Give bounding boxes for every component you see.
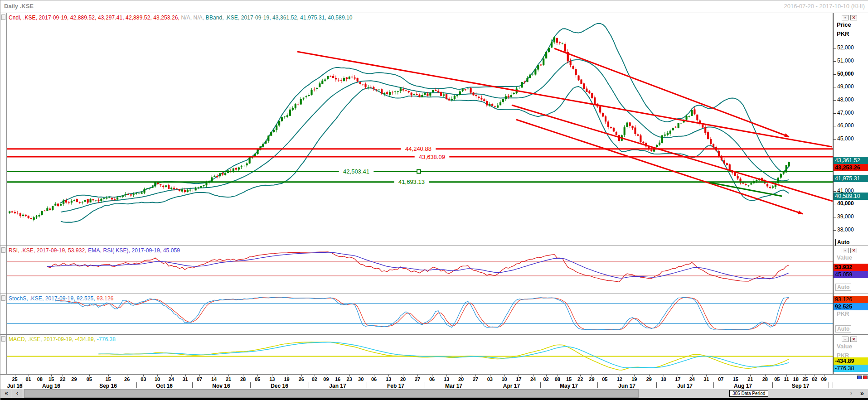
scroll-fast-left-button[interactable]: «: [1, 389, 11, 398]
svg-text:43,638.09: 43,638.09: [419, 154, 445, 160]
panel-left-gutter: [0, 335, 7, 374]
month-separator: [597, 382, 598, 388]
day-tick: [40, 375, 40, 376]
day-tick: [620, 375, 620, 376]
month-separator: [136, 382, 137, 388]
time-axis-minimize-icon[interactable]: [857, 376, 862, 379]
axis-tick-mark: [834, 204, 836, 204]
day-label: 26: [299, 376, 304, 382]
day-label: 08: [37, 376, 43, 382]
macd-chart-canvas[interactable]: [7, 335, 833, 374]
axis-tick-label: 52,000: [837, 44, 854, 51]
day-label: 15: [733, 376, 738, 382]
scroll-left-button[interactable]: ‹: [12, 389, 22, 398]
day-label: 05: [87, 376, 92, 382]
month-label: Nov 16: [212, 383, 230, 389]
axis-tick-mark: [834, 100, 836, 101]
close-icon[interactable]: ✕: [850, 248, 857, 253]
axis-tick-mark: [834, 230, 836, 231]
close-icon[interactable]: ✕: [850, 15, 857, 20]
day-tick: [692, 375, 693, 376]
axis-tick-label: 39,000: [837, 213, 854, 220]
day-label: 29: [589, 376, 594, 382]
panel-left-gutter: [0, 294, 7, 334]
price-axis-gutter: ▫✕PricePKR52,00051,00050,00049,00048,000…: [833, 13, 868, 246]
day-label: 22: [577, 376, 583, 382]
horizontal-scrollbar[interactable]: « ‹ 305 Data Period › »: [0, 389, 868, 398]
legend-segment: BBand, .KSE, 2017-09-19, 43,361.52, 41,9…: [206, 14, 353, 21]
time-axis-close-icon[interactable]: [863, 376, 868, 379]
minimize-icon[interactable]: ▫: [842, 248, 849, 253]
stoch-chart-canvas[interactable]: [7, 294, 833, 334]
day-label: 23: [346, 376, 352, 382]
axis-tick-label: 47,000: [837, 110, 854, 116]
price-panel: 44,240.8843,638.0942,503.4141,693.13Cndl…: [0, 13, 868, 246]
rsi-value-box: 53.932: [834, 264, 868, 271]
month-label: Feb 17: [387, 383, 404, 389]
day-tick: [315, 375, 315, 376]
close-icon[interactable]: ✕: [850, 337, 857, 342]
day-label: 27: [473, 376, 478, 382]
price-axis-title: PKR: [837, 30, 849, 37]
day-tick: [786, 375, 787, 376]
day-tick: [51, 375, 52, 376]
stoch-legend: StochS, .KSE, 2017-09-19, 92.525, 93.126: [9, 295, 114, 302]
minimize-icon[interactable]: ▫: [842, 15, 849, 20]
day-label: 01: [25, 376, 31, 382]
svg-text:41,693.13: 41,693.13: [398, 178, 425, 185]
day-tick: [796, 375, 796, 376]
data-period-label: 305 Data Period: [729, 390, 768, 397]
day-label: 14: [211, 376, 217, 382]
auto-scale-button[interactable]: Auto: [835, 284, 851, 291]
main-chart-canvas[interactable]: 44,240.8843,638.0942,503.4141,693.13: [7, 13, 833, 246]
day-tick: [533, 375, 533, 376]
day-label: 28: [762, 376, 768, 382]
day-label: 11: [784, 376, 789, 382]
day-label: 10: [502, 376, 507, 382]
day-tick: [185, 375, 186, 376]
scrollbar-thumb[interactable]: [24, 389, 639, 398]
panel-grip[interactable]: [1, 247, 5, 253]
month-separator: [23, 382, 23, 388]
day-tick: [63, 375, 63, 376]
day-tick: [326, 375, 326, 376]
minimize-icon[interactable]: ▫: [842, 337, 849, 342]
panel-grip[interactable]: [1, 14, 5, 20]
panel-grip[interactable]: [1, 336, 5, 342]
day-label: 15: [105, 376, 111, 382]
bottom-edge-bar: [0, 398, 868, 400]
scroll-right-button[interactable]: ›: [846, 389, 856, 398]
day-label: 17: [516, 376, 521, 382]
day-label: 31: [183, 376, 188, 382]
day-label: 25: [12, 376, 17, 382]
day-label: 10: [155, 376, 160, 382]
month-separator: [309, 382, 309, 388]
day-tick: [127, 375, 127, 376]
panel-grip[interactable]: [1, 295, 5, 301]
month-separator: [250, 382, 251, 388]
axis-tick-label: 51,000: [837, 58, 854, 64]
auto-scale-button[interactable]: Auto: [835, 325, 851, 333]
day-tick: [157, 375, 158, 376]
rsi-legend: RSI, .KSE, 2017-09-19, 53.932, EMA, RSI(…: [9, 247, 180, 254]
axis-tick-mark: [834, 126, 836, 126]
day-label: 22: [60, 376, 65, 382]
day-tick: [664, 375, 664, 376]
day-label: 09: [821, 376, 827, 382]
day-label: 13: [444, 376, 449, 382]
scroll-fast-right-button[interactable]: »: [857, 389, 867, 398]
day-label: 07: [197, 376, 202, 382]
stochastic-panel: StochS, .KSE, 2017-09-19, 92.525, 93.126…: [0, 294, 868, 334]
day-tick: [403, 375, 403, 376]
day-label: 29: [71, 376, 77, 382]
time-axis[interactable]: Jul 1625Aug 160108152229Sep 16051526Oct …: [0, 374, 868, 389]
day-label: 26: [124, 376, 130, 382]
window-titlebar[interactable]: Daily .KSE 2016-07-20 - 2017-10-10 (KHI): [0, 0, 868, 13]
axis-window-icons: ▫✕: [842, 15, 857, 20]
day-tick: [569, 375, 569, 376]
day-tick: [214, 375, 214, 376]
price-legend: Cndl, .KSE, 2017-09-19, 42,889.52, 43,29…: [9, 14, 353, 21]
stoch-value-box: 93.126: [834, 296, 868, 303]
auto-scale-button[interactable]: Auto: [835, 239, 851, 246]
month-separator: [656, 382, 657, 388]
